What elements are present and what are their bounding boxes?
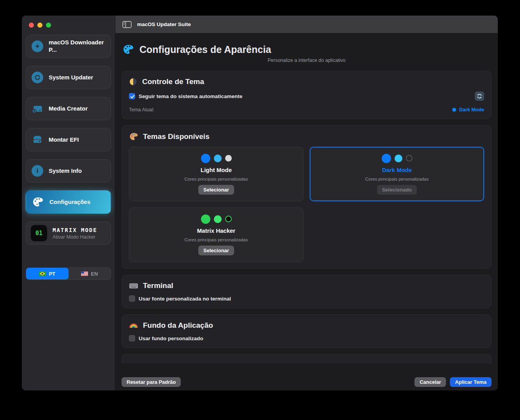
sidebar-item-macos-downloader[interactable]: macOS Downloader P... (26, 35, 111, 58)
minimize-window-button[interactable] (37, 23, 42, 28)
color-dot (382, 154, 391, 163)
color-dot (225, 216, 232, 222)
sidebar-item-label: Media Creator (49, 105, 88, 112)
refresh-icon (477, 93, 482, 99)
main-panel: macOS Updater Suite Configurações de Apa… (115, 16, 498, 390)
follow-system-checkbox[interactable] (129, 93, 135, 99)
titlebar: macOS Updater Suite (115, 16, 498, 33)
terminal-title-row: Terminal (129, 281, 484, 290)
us-flag-icon (81, 271, 88, 276)
sidebar-item-configuracoes[interactable]: Configurações (26, 190, 111, 214)
matrix-subtitle: Ativar Modo Hacker (53, 234, 97, 240)
section-title: Fundo da Aplicação (143, 321, 213, 330)
terminal-font-row: Usar fonte personalizada no terminal (129, 295, 484, 302)
theme-control-card: Controle de Tema Seguir tema do sistema … (122, 71, 492, 119)
theme-name: Matrix Hacker (197, 227, 235, 234)
theme-card-dark-mode[interactable]: Dark Mode Cores principais personalizada… (310, 147, 484, 201)
sidebar-item-media-creator[interactable]: Media Creator (26, 97, 111, 120)
palette-color-icon (129, 132, 138, 141)
sidebar: macOS Downloader P... System Updater Med… (22, 16, 115, 390)
color-dot (406, 155, 412, 162)
color-dot (201, 154, 210, 163)
cancel-button[interactable]: Cancelar (414, 377, 446, 387)
color-dot (214, 155, 222, 162)
custom-background-label: Usar fundo personalizado (139, 336, 203, 341)
theme-status-dot (452, 108, 456, 112)
settings-content: Configurações de Aparência Personalize a… (115, 33, 498, 373)
desktop-background: macOS Downloader P... System Updater Med… (0, 0, 520, 420)
theme-name: Light Mode (201, 167, 232, 173)
matrix-badge: 01 (31, 225, 47, 241)
close-window-button[interactable] (29, 23, 34, 28)
language-label: PT (49, 271, 55, 277)
follow-system-row: Seguir tema do sistema automaticamente (129, 93, 242, 99)
download-icon (32, 40, 43, 52)
app-title: macOS Updater Suite (137, 21, 191, 27)
theme-color-dots (382, 154, 412, 163)
window-controls (26, 22, 111, 35)
terminal-font-checkbox[interactable] (129, 295, 135, 302)
sidebar-item-label: Montar EFI (49, 136, 79, 144)
page-subtitle: Personalize a interface do aplicativo (122, 58, 492, 71)
color-dot (395, 155, 402, 162)
theme-description: Cores principais personalizadas (365, 177, 429, 181)
language-option-en[interactable]: EN (69, 268, 111, 279)
theme-control-title-row: Controle de Tema (129, 77, 484, 86)
palette-icon (32, 196, 44, 208)
page-title: Configurações de Aparência (139, 44, 271, 55)
available-themes-title-row: Temas Disponíveis (129, 132, 484, 141)
sidebar-item-system-info[interactable]: System Info (26, 159, 111, 183)
theme-color-dots (201, 214, 232, 224)
theme-card-matrix-hacker[interactable]: Matrix Hacker Cores principais personali… (129, 207, 303, 262)
sidebar-item-label: Configurações (49, 199, 90, 206)
brazil-flag-icon (39, 271, 46, 276)
selected-theme-button[interactable]: Selecionado (377, 185, 417, 195)
custom-background-row: Usar fundo personalizado (129, 335, 484, 341)
color-dot (225, 155, 232, 162)
matrix-title: MATRIX MODE (53, 227, 97, 233)
refresh-theme-button[interactable] (475, 91, 484, 101)
matrix-text: MATRIX MODE Ativar Modo Hacker (53, 227, 97, 240)
app-window: macOS Downloader P... System Updater Med… (22, 16, 498, 390)
reset-default-button[interactable]: Resetar para Padrão (122, 377, 181, 387)
section-title: Temas Disponíveis (143, 132, 210, 141)
sidebar-item-matrix-mode[interactable]: 01 MATRIX MODE Ativar Modo Hacker (26, 221, 111, 245)
info-icon (32, 165, 43, 177)
app-background-card: Fundo da Aplicação Usar fundo personaliz… (122, 315, 492, 348)
custom-background-checkbox[interactable] (129, 335, 135, 341)
sidebar-item-label: System Info (49, 167, 82, 175)
current-theme-value: Dark Mode (452, 107, 484, 112)
palette-icon (122, 44, 134, 55)
rainbow-icon (129, 323, 138, 328)
sidebar-toggle-icon[interactable] (122, 21, 132, 28)
sidebar-item-label: macOS Downloader P... (49, 39, 105, 54)
language-label: EN (91, 271, 98, 277)
apply-theme-button[interactable]: Aplicar Tema (450, 377, 492, 387)
current-theme-label: Tema Atual: (129, 107, 154, 112)
sidebar-item-system-updater[interactable]: System Updater (26, 66, 111, 89)
drive-icon (32, 134, 43, 146)
color-dot (214, 215, 222, 223)
select-theme-button[interactable]: Selecionar (198, 246, 234, 255)
moon-icon (129, 77, 137, 86)
zoom-window-button[interactable] (46, 23, 51, 28)
select-theme-button[interactable]: Selecionar (198, 185, 234, 195)
app-background-title-row: Fundo da Aplicação (129, 321, 484, 330)
language-option-pt[interactable]: PT (26, 268, 69, 279)
section-title: Terminal (143, 281, 173, 290)
theme-card-light-mode[interactable]: Light Mode Cores principais personalizad… (129, 147, 303, 201)
section-title: Controle de Tema (142, 77, 204, 86)
theme-color-dots (201, 154, 232, 163)
available-themes-card: Temas Disponíveis Light Mode Cores princ… (122, 125, 492, 269)
sidebar-item-label: System Updater (49, 74, 93, 81)
keyboard-icon (129, 283, 138, 289)
themes-grid: Light Mode Cores principais personalizad… (129, 147, 484, 262)
page-header: Configurações de Aparência (122, 33, 492, 58)
theme-name: Dark Mode (382, 167, 412, 173)
terminal-font-label: Usar fonte personalizada no terminal (139, 296, 231, 302)
sidebar-item-montar-efi[interactable]: Montar EFI (26, 128, 111, 151)
theme-description: Cores principais personalizadas (185, 177, 248, 181)
next-section-card-partial (122, 354, 492, 364)
update-icon (32, 72, 43, 83)
theme-description: Cores principais personalizadas (185, 237, 248, 242)
